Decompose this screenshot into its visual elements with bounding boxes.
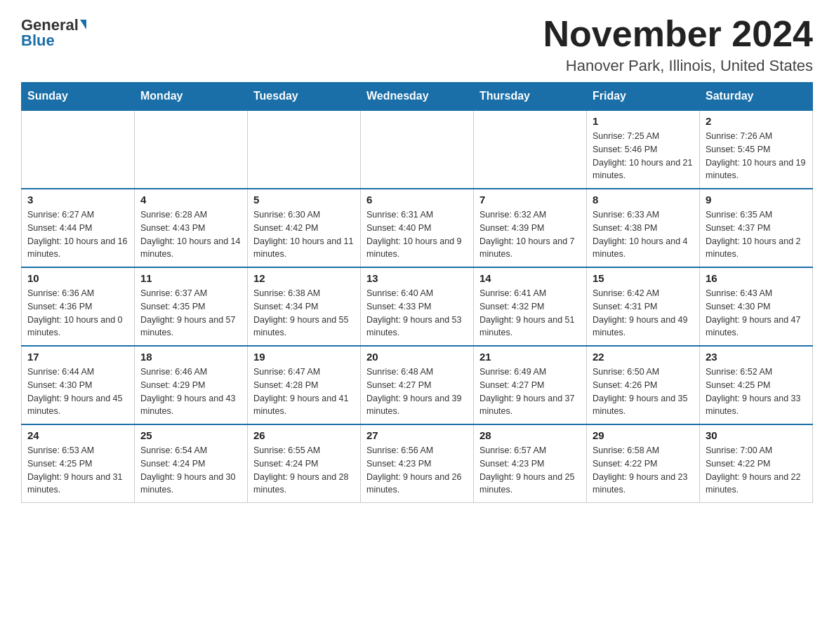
day-number: 14: [479, 272, 581, 284]
day-number: 12: [253, 272, 355, 284]
day-info: Sunrise: 6:46 AMSunset: 4:29 PMDaylight:…: [140, 365, 241, 418]
day-info: Sunrise: 7:25 AMSunset: 5:46 PMDaylight:…: [593, 130, 694, 182]
logo-triangle-icon: [80, 20, 86, 29]
calendar-cell: 29Sunrise: 6:58 AMSunset: 4:22 PMDayligh…: [587, 424, 700, 503]
calendar-cell: 17Sunrise: 6:44 AMSunset: 4:30 PMDayligh…: [22, 346, 135, 424]
calendar-cell: 23Sunrise: 6:52 AMSunset: 4:25 PMDayligh…: [700, 346, 813, 424]
calendar-cell: 1Sunrise: 7:25 AMSunset: 5:46 PMDaylight…: [587, 110, 700, 189]
calendar-cell: 27Sunrise: 6:56 AMSunset: 4:23 PMDayligh…: [361, 424, 474, 503]
day-info: Sunrise: 6:41 AMSunset: 4:32 PMDaylight:…: [479, 287, 581, 340]
calendar-cell: 15Sunrise: 6:42 AMSunset: 4:31 PMDayligh…: [587, 267, 700, 346]
location-subtitle: Hanover Park, Illinois, United States: [543, 57, 813, 75]
day-number: 2: [706, 115, 807, 127]
day-info: Sunrise: 6:37 AMSunset: 4:35 PMDaylight:…: [140, 287, 241, 340]
calendar-cell: 24Sunrise: 6:53 AMSunset: 4:25 PMDayligh…: [22, 424, 135, 503]
title-section: November 2024 Hanover Park, Illinois, Un…: [543, 14, 813, 75]
day-number: 7: [479, 194, 581, 206]
day-info: Sunrise: 6:49 AMSunset: 4:27 PMDaylight:…: [479, 365, 581, 418]
calendar-cell: 28Sunrise: 6:57 AMSunset: 4:23 PMDayligh…: [474, 424, 587, 503]
calendar-header-row: SundayMondayTuesdayWednesdayThursdayFrid…: [22, 83, 813, 111]
calendar-cell: 14Sunrise: 6:41 AMSunset: 4:32 PMDayligh…: [474, 267, 587, 346]
day-info: Sunrise: 6:55 AMSunset: 4:24 PMDaylight:…: [253, 444, 355, 497]
calendar-cell: 16Sunrise: 6:43 AMSunset: 4:30 PMDayligh…: [700, 267, 813, 346]
calendar-cell: 25Sunrise: 6:54 AMSunset: 4:24 PMDayligh…: [135, 424, 248, 503]
calendar-cell: 30Sunrise: 7:00 AMSunset: 4:22 PMDayligh…: [700, 424, 813, 503]
day-number: 3: [27, 194, 128, 206]
calendar-cell: 9Sunrise: 6:35 AMSunset: 4:37 PMDaylight…: [700, 189, 813, 267]
day-number: 15: [593, 272, 694, 284]
day-info: Sunrise: 6:48 AMSunset: 4:27 PMDaylight:…: [366, 365, 468, 418]
day-number: 22: [593, 351, 694, 363]
day-number: 9: [706, 194, 807, 206]
weekday-header-monday: Monday: [135, 83, 248, 111]
day-info: Sunrise: 6:54 AMSunset: 4:24 PMDaylight:…: [140, 444, 241, 497]
day-info: Sunrise: 6:52 AMSunset: 4:25 PMDaylight:…: [706, 365, 807, 418]
day-info: Sunrise: 6:56 AMSunset: 4:23 PMDaylight:…: [366, 444, 468, 497]
week-row-2: 3Sunrise: 6:27 AMSunset: 4:44 PMDaylight…: [22, 189, 813, 267]
day-info: Sunrise: 6:57 AMSunset: 4:23 PMDaylight:…: [479, 444, 581, 497]
calendar-cell: [474, 110, 587, 189]
day-number: 8: [593, 194, 694, 206]
weekday-header-tuesday: Tuesday: [248, 83, 361, 111]
logo: General Blue: [21, 18, 86, 48]
day-number: 26: [253, 429, 355, 441]
calendar-cell: 3Sunrise: 6:27 AMSunset: 4:44 PMDaylight…: [22, 189, 135, 267]
day-number: 1: [593, 115, 694, 127]
calendar-cell: [135, 110, 248, 189]
calendar-cell: 22Sunrise: 6:50 AMSunset: 4:26 PMDayligh…: [587, 346, 700, 424]
day-info: Sunrise: 6:31 AMSunset: 4:40 PMDaylight:…: [366, 208, 468, 261]
day-number: 16: [706, 272, 807, 284]
weekday-header-wednesday: Wednesday: [361, 83, 474, 111]
day-number: 18: [140, 351, 241, 363]
day-info: Sunrise: 6:30 AMSunset: 4:42 PMDaylight:…: [253, 208, 355, 261]
day-number: 4: [140, 194, 241, 206]
day-info: Sunrise: 7:00 AMSunset: 4:22 PMDaylight:…: [706, 444, 807, 497]
day-number: 23: [706, 351, 807, 363]
page-header: General Blue November 2024 Hanover Park,…: [21, 14, 813, 75]
day-info: Sunrise: 7:26 AMSunset: 5:45 PMDaylight:…: [706, 130, 807, 182]
calendar-table: SundayMondayTuesdayWednesdayThursdayFrid…: [21, 82, 813, 503]
day-info: Sunrise: 6:40 AMSunset: 4:33 PMDaylight:…: [366, 287, 468, 340]
logo-blue: Blue: [21, 33, 55, 48]
calendar-cell: 11Sunrise: 6:37 AMSunset: 4:35 PMDayligh…: [135, 267, 248, 346]
calendar-cell: 6Sunrise: 6:31 AMSunset: 4:40 PMDaylight…: [361, 189, 474, 267]
day-info: Sunrise: 6:53 AMSunset: 4:25 PMDaylight:…: [27, 444, 128, 497]
week-row-4: 17Sunrise: 6:44 AMSunset: 4:30 PMDayligh…: [22, 346, 813, 424]
week-row-5: 24Sunrise: 6:53 AMSunset: 4:25 PMDayligh…: [22, 424, 813, 503]
day-number: 28: [479, 429, 581, 441]
day-info: Sunrise: 6:35 AMSunset: 4:37 PMDaylight:…: [706, 208, 807, 261]
calendar-cell: 10Sunrise: 6:36 AMSunset: 4:36 PMDayligh…: [22, 267, 135, 346]
calendar-cell: 7Sunrise: 6:32 AMSunset: 4:39 PMDaylight…: [474, 189, 587, 267]
day-info: Sunrise: 6:44 AMSunset: 4:30 PMDaylight:…: [27, 365, 128, 418]
calendar-cell: 26Sunrise: 6:55 AMSunset: 4:24 PMDayligh…: [248, 424, 361, 503]
calendar-cell: 2Sunrise: 7:26 AMSunset: 5:45 PMDaylight…: [700, 110, 813, 189]
calendar-cell: 19Sunrise: 6:47 AMSunset: 4:28 PMDayligh…: [248, 346, 361, 424]
day-info: Sunrise: 6:36 AMSunset: 4:36 PMDaylight:…: [27, 287, 128, 340]
day-number: 13: [366, 272, 468, 284]
month-year-title: November 2024: [543, 14, 813, 54]
day-info: Sunrise: 6:27 AMSunset: 4:44 PMDaylight:…: [27, 208, 128, 261]
day-info: Sunrise: 6:58 AMSunset: 4:22 PMDaylight:…: [593, 444, 694, 497]
day-info: Sunrise: 6:47 AMSunset: 4:28 PMDaylight:…: [253, 365, 355, 418]
day-number: 10: [27, 272, 128, 284]
calendar-cell: 18Sunrise: 6:46 AMSunset: 4:29 PMDayligh…: [135, 346, 248, 424]
weekday-header-sunday: Sunday: [22, 83, 135, 111]
week-row-1: 1Sunrise: 7:25 AMSunset: 5:46 PMDaylight…: [22, 110, 813, 189]
logo-general: General: [21, 18, 79, 33]
day-info: Sunrise: 6:33 AMSunset: 4:38 PMDaylight:…: [593, 208, 694, 261]
calendar-cell: 8Sunrise: 6:33 AMSunset: 4:38 PMDaylight…: [587, 189, 700, 267]
day-number: 5: [253, 194, 355, 206]
day-number: 21: [479, 351, 581, 363]
day-number: 24: [27, 429, 128, 441]
calendar-cell: 4Sunrise: 6:28 AMSunset: 4:43 PMDaylight…: [135, 189, 248, 267]
weekday-header-saturday: Saturday: [700, 83, 813, 111]
day-number: 19: [253, 351, 355, 363]
day-number: 29: [593, 429, 694, 441]
calendar-cell: [248, 110, 361, 189]
day-number: 17: [27, 351, 128, 363]
day-info: Sunrise: 6:28 AMSunset: 4:43 PMDaylight:…: [140, 208, 241, 261]
day-info: Sunrise: 6:50 AMSunset: 4:26 PMDaylight:…: [593, 365, 694, 418]
day-info: Sunrise: 6:43 AMSunset: 4:30 PMDaylight:…: [706, 287, 807, 340]
calendar-cell: 20Sunrise: 6:48 AMSunset: 4:27 PMDayligh…: [361, 346, 474, 424]
day-number: 20: [366, 351, 468, 363]
